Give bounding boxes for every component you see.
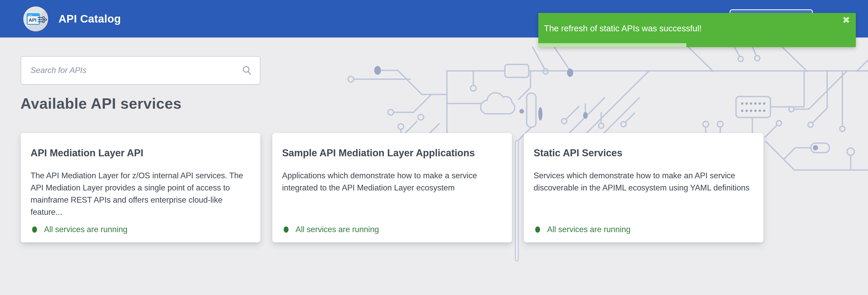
card-status: All services are running: [284, 225, 379, 234]
toast-close-button[interactable]: ✖: [842, 15, 850, 25]
card-description: Applications which demonstrate how to ma…: [282, 169, 499, 194]
app-title: API Catalog: [59, 13, 121, 25]
card-title: Static API Services: [534, 148, 751, 159]
toast-message: The refresh of static APIs was successfu…: [544, 23, 702, 34]
card-status: All services are running: [535, 225, 630, 234]
service-cards-row: API Mediation Layer API The API Mediatio…: [21, 133, 764, 242]
status-label: All services are running: [296, 225, 379, 234]
page-heading: Available API services: [21, 95, 182, 112]
status-dot-icon: [284, 226, 288, 233]
search-input[interactable]: [21, 57, 242, 84]
api-catalog-logo-icon: API: [23, 6, 49, 32]
service-card-static-api-services[interactable]: Static API Services Services which demon…: [524, 133, 764, 242]
card-title: Sample API Mediation Layer Applications: [282, 148, 499, 159]
status-dot-icon: [535, 226, 540, 233]
search-box: [21, 56, 260, 85]
svg-text:API: API: [29, 18, 36, 23]
service-card-sample-applications[interactable]: Sample API Mediation Layer Applications …: [272, 133, 512, 242]
search-icon: [242, 65, 252, 75]
status-dot-icon: [32, 226, 37, 233]
card-title: API Mediation Layer API: [31, 148, 248, 159]
status-label: All services are running: [44, 225, 127, 234]
card-description: The API Mediation Layer for z/OS interna…: [31, 169, 248, 218]
service-card-api-mediation-layer[interactable]: API Mediation Layer API The API Mediatio…: [21, 133, 260, 242]
card-status: All services are running: [32, 225, 127, 234]
status-label: All services are running: [547, 225, 630, 234]
success-toast[interactable]: The refresh of static APIs was successfu…: [538, 13, 856, 47]
card-description: Services which demonstrate how to make a…: [534, 169, 751, 194]
toast-progress: [538, 43, 686, 47]
